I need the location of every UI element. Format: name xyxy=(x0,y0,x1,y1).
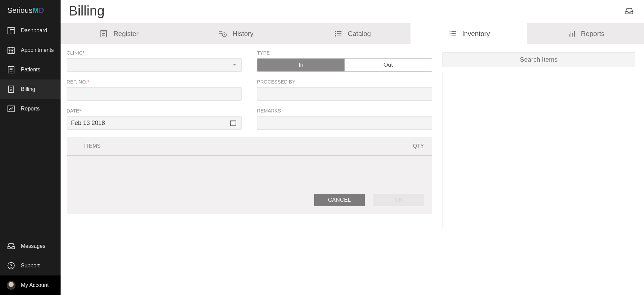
svg-point-26 xyxy=(102,33,103,34)
tab-catalog[interactable]: Catalog xyxy=(294,23,411,44)
svg-point-11 xyxy=(11,52,11,52)
inventory-form: CLINIC* TYPE In Out REF. NO.* xyxy=(67,50,432,295)
svg-point-9 xyxy=(12,50,13,51)
main: Billing Register History Catalog Invento… xyxy=(61,0,644,295)
svg-point-30 xyxy=(104,35,104,35)
logo-text-3: D xyxy=(39,6,44,15)
items-table-head: ITEMS QTY xyxy=(67,137,432,156)
date-field: DATE* xyxy=(67,108,242,130)
processedby-input[interactable] xyxy=(257,87,432,101)
svg-line-37 xyxy=(224,35,225,35)
chart-icon xyxy=(7,104,15,113)
date-input[interactable] xyxy=(67,116,242,130)
qty-column-header: QTY xyxy=(397,143,424,149)
svg-point-10 xyxy=(9,52,10,52)
history-icon xyxy=(218,29,227,38)
refno-field: REF. NO.* xyxy=(67,79,242,101)
refno-input[interactable] xyxy=(67,87,242,101)
chevron-down-icon xyxy=(232,63,237,67)
sidebar-item-label: Dashboard xyxy=(21,28,47,34)
sidebar-item-dashboard[interactable]: Dashboard xyxy=(0,21,61,40)
bar-chart-icon xyxy=(567,29,576,38)
invoice-icon xyxy=(7,85,15,94)
tabs: Register History Catalog Inventory Repor… xyxy=(61,23,644,44)
dashboard-icon xyxy=(7,26,15,35)
search-panel: Search Items xyxy=(442,50,635,295)
tab-history[interactable]: History xyxy=(177,23,294,44)
items-column-header: ITEMS xyxy=(84,143,397,149)
type-out-button[interactable]: Out xyxy=(345,59,432,71)
tab-label: Catalog xyxy=(348,30,371,38)
sidebar-nav: Dashboard Appointments Patients Billing … xyxy=(0,21,61,119)
type-label: TYPE xyxy=(257,50,432,56)
sidebar-item-label: Reports xyxy=(21,106,40,112)
svg-point-38 xyxy=(335,31,336,32)
tab-label: Inventory xyxy=(462,30,490,38)
sidebar-item-reports[interactable]: Reports xyxy=(0,99,61,119)
date-label: DATE* xyxy=(67,108,242,113)
tab-reports[interactable]: Reports xyxy=(527,23,644,44)
help-icon xyxy=(7,261,15,270)
logo-text-1: Serious xyxy=(7,6,33,15)
sidebar-item-label: Support xyxy=(21,263,40,269)
refno-label: REF. NO.* xyxy=(67,79,242,85)
svg-point-29 xyxy=(102,35,103,35)
form-actions: CANCEL OK xyxy=(67,189,432,214)
inventory-icon xyxy=(448,29,457,38)
sidebar-item-label: My Account xyxy=(21,282,49,288)
tab-label: Register xyxy=(113,30,138,38)
svg-point-8 xyxy=(11,50,11,51)
svg-rect-54 xyxy=(230,121,236,126)
sidebar-item-label: Appointments xyxy=(21,47,54,53)
type-field: TYPE In Out xyxy=(257,50,432,72)
svg-point-31 xyxy=(105,35,105,35)
tab-inventory[interactable]: Inventory xyxy=(410,23,527,44)
svg-point-40 xyxy=(335,33,336,34)
svg-point-23 xyxy=(11,267,11,268)
sidebar-item-account[interactable]: My Account xyxy=(0,275,61,295)
date-input-wrap[interactable] xyxy=(67,116,242,130)
sidebar-bottom: Messages Support My Account xyxy=(0,236,61,295)
sidebar-item-support[interactable]: Support xyxy=(0,256,61,275)
sidebar-item-label: Messages xyxy=(21,243,45,249)
processedby-label: PROCESSED BY xyxy=(257,79,432,85)
cancel-button[interactable]: CANCEL xyxy=(314,194,365,206)
avatar xyxy=(7,281,15,290)
ok-button[interactable]: OK xyxy=(373,194,424,206)
register-icon xyxy=(99,29,108,38)
calendar-icon xyxy=(7,46,15,55)
type-toggle: In Out xyxy=(257,58,432,72)
sidebar-item-billing[interactable]: Billing xyxy=(0,79,61,99)
remarks-field: REMARKS xyxy=(257,108,432,130)
svg-point-12 xyxy=(12,52,13,52)
tab-label: Reports xyxy=(581,30,605,38)
type-in-button[interactable]: In xyxy=(257,59,345,71)
tab-label: History xyxy=(232,30,253,38)
inbox-icon[interactable] xyxy=(624,6,634,16)
inbox-icon xyxy=(7,242,15,251)
app-logo: SeriousMD xyxy=(0,0,61,21)
sidebar-item-messages[interactable]: Messages xyxy=(0,236,61,256)
sidebar-item-patients[interactable]: Patients xyxy=(0,60,61,79)
sidebar-item-label: Patients xyxy=(21,67,40,73)
tab-register[interactable]: Register xyxy=(61,23,177,44)
remarks-input[interactable] xyxy=(257,116,432,130)
svg-point-27 xyxy=(104,33,104,34)
sidebar-item-label: Billing xyxy=(21,86,35,92)
logo-text-2: M xyxy=(33,6,39,15)
sidebar-item-appointments[interactable]: Appointments xyxy=(0,40,61,60)
processedby-field: PROCESSED BY xyxy=(257,79,432,101)
list-icon xyxy=(7,65,15,74)
calendar-icon xyxy=(229,119,237,127)
clinic-select[interactable] xyxy=(67,58,242,72)
clinic-label: CLINIC* xyxy=(67,50,242,56)
search-input[interactable]: Search Items xyxy=(442,52,635,67)
content: CLINIC* TYPE In Out REF. NO.* xyxy=(61,44,644,295)
catalog-icon xyxy=(334,29,343,38)
clinic-field: CLINIC* xyxy=(67,50,242,72)
svg-point-42 xyxy=(335,35,336,36)
page-header: Billing xyxy=(61,0,644,23)
svg-point-28 xyxy=(105,33,105,34)
sidebar: SeriousMD Dashboard Appointments Patient… xyxy=(0,0,61,295)
search-results xyxy=(442,74,635,229)
